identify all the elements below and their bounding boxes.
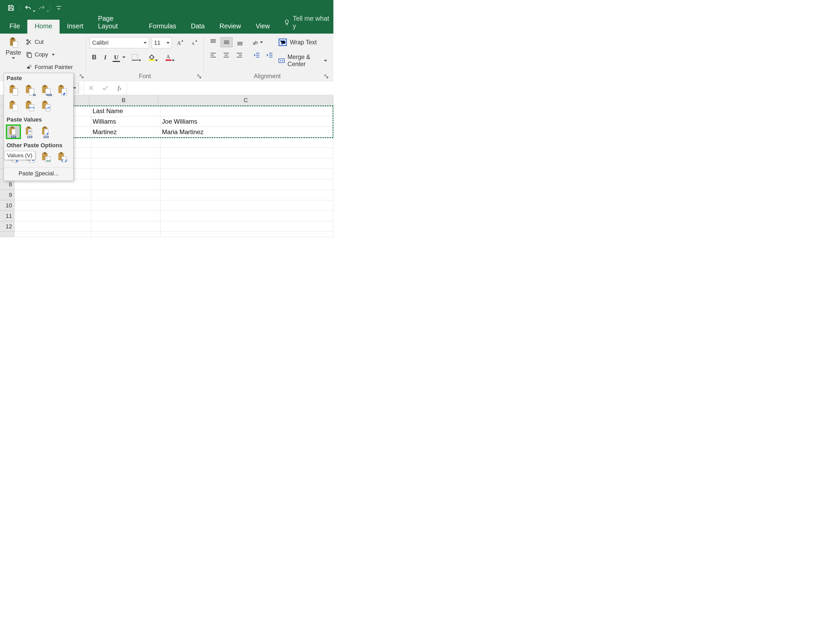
svg-rect-45 [27, 126, 30, 128]
merge-center-button[interactable]: Merge & Center [278, 54, 327, 68]
tab-insert[interactable]: Insert [60, 20, 91, 33]
font-color-button[interactable]: A [161, 52, 176, 63]
tab-file[interactable]: File [2, 20, 27, 33]
tab-data[interactable]: Data [183, 20, 212, 33]
cell[interactable] [160, 232, 333, 237]
row-header[interactable]: 10 [0, 200, 14, 211]
cancel-formula-button[interactable] [84, 81, 98, 95]
cell[interactable] [160, 106, 333, 116]
cell[interactable] [91, 232, 160, 237]
align-left-button[interactable] [207, 51, 219, 60]
row-header[interactable]: 8 [0, 179, 14, 190]
align-bottom-icon [236, 38, 244, 46]
insert-function-button[interactable]: fx [112, 81, 126, 95]
italic-button[interactable]: I [101, 52, 110, 62]
cell[interactable] [160, 179, 333, 190]
font-dialog-launcher[interactable] [197, 74, 202, 79]
increase-font-size-button[interactable]: A [175, 38, 186, 48]
align-right-button[interactable] [234, 51, 245, 60]
cell[interactable] [14, 232, 91, 237]
increase-font-icon: A [177, 39, 184, 47]
cell[interactable] [160, 211, 333, 221]
underline-button[interactable]: U [112, 52, 121, 62]
clipboard-dialog-launcher[interactable] [79, 74, 85, 79]
decrease-indent-button[interactable] [251, 51, 262, 60]
tab-formulas[interactable]: Formulas [142, 20, 183, 33]
font-size-combo[interactable]: 11 [152, 37, 172, 48]
cell[interactable] [14, 211, 91, 221]
orientation-icon: ab [251, 38, 259, 46]
paste-special-menu-item[interactable]: Paste Special... [4, 167, 73, 180]
cell[interactable]: Maria Martinez [160, 127, 333, 137]
paste-values-source-formatting-button[interactable]: 123 [39, 125, 53, 138]
align-center-button[interactable] [221, 51, 232, 60]
row-header[interactable]: 11 [0, 211, 14, 221]
customize-qat-button[interactable] [53, 2, 65, 14]
cell[interactable]: Last Name [91, 106, 160, 116]
cell[interactable] [91, 169, 160, 179]
cell[interactable] [160, 190, 333, 200]
column-header-B[interactable]: B [89, 95, 159, 106]
row-header[interactable]: 12 [0, 221, 14, 232]
cell[interactable] [14, 190, 91, 200]
format-painter-button[interactable]: Format Painter [26, 62, 74, 73]
decrease-font-size-button[interactable]: A [189, 38, 200, 48]
save-button[interactable] [5, 2, 17, 14]
cell[interactable] [91, 190, 160, 200]
paste-picture-button[interactable] [39, 151, 53, 164]
align-top-button[interactable] [207, 38, 219, 47]
cell[interactable] [91, 221, 160, 232]
cell[interactable] [91, 200, 160, 211]
paste-formulas-number-formatting-button[interactable]: %fx [39, 84, 53, 97]
tab-view[interactable]: View [248, 20, 277, 33]
paste-linked-picture-button[interactable] [55, 151, 69, 164]
cell[interactable] [91, 211, 160, 221]
copy-button[interactable]: Copy [26, 49, 74, 60]
svg-rect-6 [28, 54, 32, 57]
bold-button[interactable]: B [90, 52, 99, 62]
cell[interactable] [14, 179, 91, 190]
paste-transpose-button[interactable] [39, 99, 53, 113]
cell[interactable] [160, 221, 333, 232]
tell-me[interactable]: Tell me what y [284, 15, 333, 33]
tab-home[interactable]: Home [27, 20, 60, 33]
cell[interactable] [91, 179, 160, 190]
redo-button[interactable] [36, 2, 47, 14]
align-bottom-button[interactable] [234, 38, 246, 47]
paste-button[interactable]: Paste [4, 36, 23, 73]
paste-keep-source-formatting-button[interactable] [55, 84, 69, 97]
tab-review[interactable]: Review [212, 20, 248, 33]
wrap-text-button[interactable]: Wrap Text [278, 38, 327, 47]
paste-values-number-formatting-button[interactable]: % 123 [23, 125, 36, 138]
cell[interactable] [160, 200, 333, 211]
column-header-C[interactable]: C [158, 95, 333, 106]
fx-icon: fx [118, 85, 121, 92]
cell[interactable] [160, 169, 333, 179]
paste-formulas-button[interactable]: fx [23, 84, 36, 97]
enter-formula-button[interactable] [98, 81, 112, 95]
paste-keep-column-widths-button[interactable] [23, 99, 36, 113]
increase-indent-button[interactable] [264, 51, 276, 60]
tab-page-layout[interactable]: Page Layout [91, 12, 142, 33]
cell[interactable] [14, 200, 91, 211]
cut-button[interactable]: Cut [26, 37, 74, 47]
row-header[interactable] [0, 232, 14, 237]
paste-no-borders-button[interactable] [6, 99, 20, 113]
cell[interactable]: Joe Williams [160, 116, 333, 127]
alignment-dialog-launcher[interactable] [324, 74, 329, 79]
fill-color-button[interactable] [144, 52, 159, 63]
svg-rect-49 [44, 126, 46, 128]
font-name-combo[interactable]: Calibri [90, 37, 149, 48]
undo-button[interactable] [22, 2, 34, 14]
paste-values-button[interactable]: 123 [6, 125, 20, 138]
svg-rect-16 [279, 59, 284, 63]
align-middle-button[interactable] [221, 37, 232, 47]
row-header[interactable]: 9 [0, 190, 14, 200]
paste-all-button[interactable] [6, 84, 20, 97]
borders-button[interactable] [128, 52, 142, 63]
cell[interactable]: Williams [91, 116, 160, 127]
formula-input[interactable] [126, 81, 333, 95]
orientation-button[interactable]: ab [251, 38, 263, 47]
cell[interactable] [14, 221, 91, 232]
cell[interactable]: Martinez [91, 127, 160, 137]
